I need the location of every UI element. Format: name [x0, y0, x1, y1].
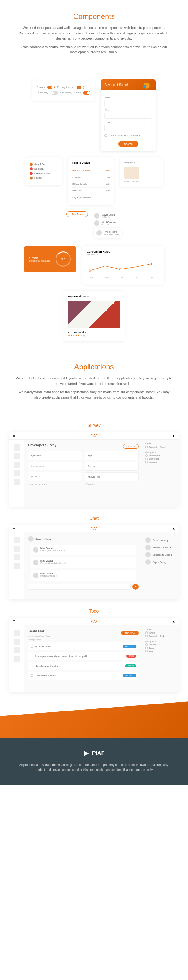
sidebar-icon[interactable] [14, 453, 20, 459]
svg-point-4 [119, 268, 121, 270]
add-new-button[interactable]: ADD NEW [121, 631, 138, 635]
details-button[interactable]: DETAILS [123, 444, 138, 449]
survey-right-panel: Status Completed Survey Categories Devel… [142, 440, 179, 507]
add-answer-button[interactable]: + Add Answer [66, 211, 88, 217]
contact-item[interactable]: Rosemarie Pagac [145, 545, 176, 550]
user-avatar[interactable]: ◐ [173, 620, 175, 623]
contact-item[interactable]: Brynn Bragg [145, 559, 176, 565]
checkbox[interactable] [31, 675, 33, 677]
switch-secondary-inverse[interactable] [83, 91, 90, 95]
checkbox[interactable] [145, 446, 148, 448]
survey-question[interactable]: Answer Type [85, 473, 138, 481]
tag-remove-icon[interactable] [30, 172, 33, 175]
checkbox[interactable] [145, 635, 148, 637]
custom-checkbox[interactable] [104, 134, 107, 137]
msg-author: Mimi Caneva [40, 547, 53, 549]
svg-text:Thu: Thu [120, 277, 124, 278]
sidebar-icon[interactable] [14, 630, 20, 636]
survey-date-range: 01.05.2018 - 30.06.2018 [28, 484, 82, 485]
avatar [145, 552, 151, 557]
checkbox[interactable] [31, 645, 33, 648]
menu-icon[interactable]: ☰ [13, 434, 15, 437]
svg-point-5 [135, 266, 137, 268]
avatar-date: 05.08.2018 - 08:13 [104, 233, 119, 235]
sidebar-icon[interactable] [14, 546, 20, 552]
chat-input[interactable] [28, 584, 131, 590]
sidebar-icon[interactable] [14, 647, 20, 653]
applications-desc1: With the help of components and layouts,… [15, 376, 173, 387]
svg-point-2 [89, 270, 91, 272]
filter-label: React [149, 650, 154, 652]
footer-wave [0, 702, 188, 738]
filter-label: Workplace [149, 458, 159, 460]
date-input[interactable] [104, 125, 152, 131]
chat-app-preview: ☰ PIAF ◐ Sarah Kortney Mimi CanevaLorem … [9, 525, 179, 600]
avatar [145, 537, 151, 543]
todo-item[interactable]: Complete weekly delivery REACT [28, 662, 138, 670]
checkbox[interactable] [145, 461, 148, 463]
ps-label: Legal Documents [72, 196, 91, 199]
search-button[interactable]: Search [119, 141, 138, 147]
user-avatar[interactable]: ◐ [173, 434, 175, 437]
checkbox[interactable] [145, 650, 148, 652]
contact-name: Esperanza Lodge [153, 554, 172, 556]
user-avatar[interactable]: ◐ [173, 527, 175, 530]
checkbox[interactable] [145, 643, 148, 646]
sidebar-icon[interactable] [14, 461, 20, 468]
todo-item[interactable]: Book train tickets FLEXBOX [28, 643, 138, 650]
question-label: Age [88, 455, 135, 457]
switch-secondary[interactable] [51, 91, 58, 95]
city-input[interactable] [104, 113, 152, 119]
checkbox[interactable] [145, 454, 148, 457]
state-input[interactable] [104, 100, 152, 106]
avatar-date: 09.08.2018 [101, 223, 116, 225]
switch-primary-inverse[interactable] [77, 86, 84, 89]
sidebar-icon[interactable] [14, 656, 20, 662]
tag-label: Fasnök [34, 177, 42, 179]
todo-item[interactable]: Lorem ipsum dolor sit amet, consectetur … [28, 652, 138, 660]
tag-remove-icon[interactable] [30, 167, 33, 170]
todo-badge: REACT [125, 664, 136, 667]
dropzone-card[interactable]: Dropzone LNAVM.244613... [120, 157, 163, 187]
menu-icon[interactable]: ☰ [13, 527, 15, 530]
filter-label: Sass [149, 647, 154, 649]
survey-question[interactable]: Questions [28, 451, 82, 460]
ps-val: 12/18 [103, 169, 109, 172]
avatar [33, 573, 39, 578]
orders-label: Orders [29, 256, 50, 260]
sidebar-icon[interactable] [14, 563, 20, 569]
survey-question[interactable]: Age [85, 451, 138, 460]
adv-search-header: Advanced Search [101, 80, 156, 90]
ps-val: 0/8 [106, 189, 109, 192]
checkbox[interactable] [31, 655, 33, 657]
contact-item[interactable]: Sarah Kortney [145, 537, 176, 543]
contact-item[interactable]: Esperanza Lodge [145, 552, 176, 557]
profile-status-card: Profile Status Basic Information12/18 Po… [68, 157, 114, 205]
panel-heading: Status [145, 628, 176, 630]
app-logo: PIAF [91, 434, 98, 438]
display-options[interactable]: Display Options [28, 639, 138, 641]
menu-icon[interactable]: ☰ [13, 620, 15, 623]
line-chart: Tue Wed Thu Fri Sat [87, 258, 160, 280]
tag-remove-icon[interactable] [30, 163, 33, 166]
sidebar-icon[interactable] [14, 537, 20, 543]
checkbox[interactable] [145, 458, 148, 460]
checkbox[interactable] [145, 647, 148, 649]
svg-point-1 [143, 84, 146, 88]
send-button[interactable]: ➤ [132, 584, 138, 590]
sidebar-icon[interactable] [14, 639, 20, 645]
checkbox[interactable] [145, 632, 148, 634]
sidebar-icon[interactable] [14, 479, 20, 485]
survey-question[interactable]: For work [28, 472, 82, 481]
top-rated-title: Top Rated Items [68, 295, 120, 298]
sidebar-icon[interactable] [14, 444, 20, 450]
sidebar-icon[interactable] [14, 470, 20, 476]
cheesecake-image [68, 301, 120, 328]
survey-question[interactable]: Gender [85, 462, 138, 471]
sidebar-icon[interactable] [14, 554, 20, 560]
tag-remove-icon[interactable] [30, 177, 33, 180]
survey-question[interactable]: the-post-survey [28, 462, 82, 470]
switch-primary[interactable] [47, 86, 55, 89]
checkbox[interactable] [31, 665, 33, 667]
todo-item[interactable]: Take photos of cakes FLEXBOX [28, 671, 138, 679]
